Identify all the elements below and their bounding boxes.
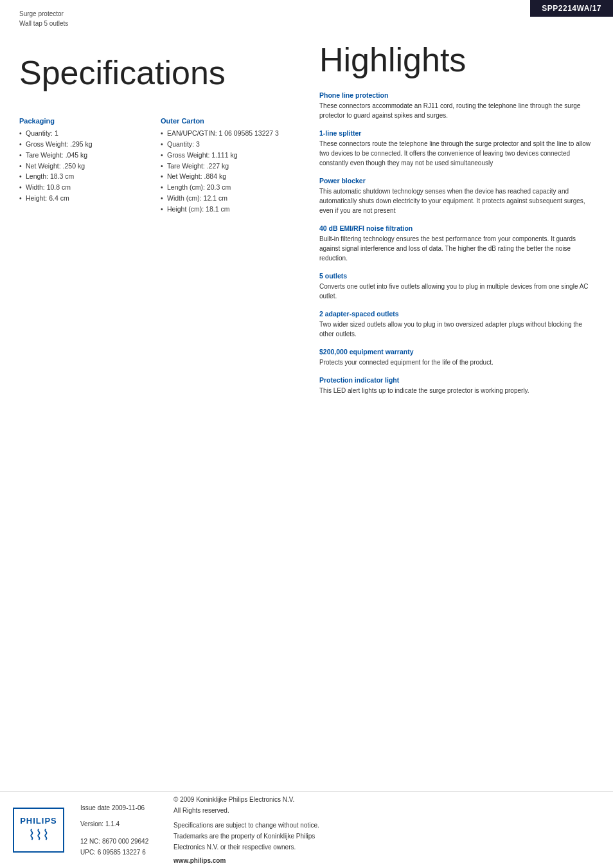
nc-value: 8670 000 29642 bbox=[102, 838, 148, 845]
list-item: Quantity: 3 bbox=[161, 139, 283, 150]
issue-date: 2009-11-06 bbox=[112, 804, 145, 811]
highlight-heading: Power blocker bbox=[319, 177, 597, 185]
highlight-item: Power blockerThis automatic shutdown tec… bbox=[319, 177, 597, 215]
highlight-item: Protection indicator lightThis LED alert… bbox=[319, 376, 597, 395]
highlight-item: $200,000 equipment warrantyProtects your… bbox=[319, 348, 597, 367]
list-item: Net Weight: .884 kg bbox=[161, 171, 283, 182]
highlight-heading: 2 adapter-spaced outlets bbox=[319, 310, 597, 318]
list-item: Width (cm): 12.1 cm bbox=[161, 193, 283, 204]
list-item: EAN/UPC/GTIN: 1 06 09585 13227 3 bbox=[161, 128, 283, 139]
logo-waves: ⌇⌇⌇ bbox=[28, 827, 49, 844]
highlight-text: These connectors route the telephone lin… bbox=[319, 139, 597, 168]
highlight-heading: 1-line splitter bbox=[319, 129, 597, 137]
left-panel: Specifications Packaging Quantity: 1 Gro… bbox=[0, 0, 302, 234]
list-item: Height (cm): 18.1 cm bbox=[161, 204, 283, 215]
list-item: Width: 10.8 cm bbox=[19, 182, 141, 193]
highlight-text: These connectors accommodate an RJ11 cor… bbox=[319, 101, 597, 120]
issue-date-row: Issue date 2009-11-06 bbox=[80, 802, 157, 813]
highlight-heading: $200,000 equipment warranty bbox=[319, 348, 597, 356]
spec-columns: Packaging Quantity: 1 Gross Weight: .295… bbox=[19, 105, 283, 214]
highlight-heading: Protection indicator light bbox=[319, 376, 597, 384]
version-value: 1.1.4 bbox=[105, 820, 120, 827]
highlight-text: Built-in filtering technology ensures th… bbox=[319, 234, 597, 263]
logo-text: PHILIPS bbox=[20, 816, 57, 826]
highlight-heading: 5 outlets bbox=[319, 272, 597, 280]
outer-carton-list: EAN/UPC/GTIN: 1 06 09585 13227 3 Quantit… bbox=[161, 128, 283, 214]
highlight-text: This automatic shutdown technology sense… bbox=[319, 186, 597, 215]
packaging-list: Quantity: 1 Gross Weight: .295 kg Tare W… bbox=[19, 128, 141, 204]
packaging-title: Packaging bbox=[19, 117, 141, 125]
page-title: Specifications bbox=[19, 55, 283, 91]
upc-value: 6 09585 13227 6 bbox=[98, 849, 146, 856]
highlight-item: 2 adapter-spaced outletsTwo wider sized … bbox=[319, 310, 597, 339]
right-panel: Highlights Phone line protectionThese co… bbox=[306, 0, 613, 424]
highlight-text: Protects your connected equipment for th… bbox=[319, 357, 597, 367]
highlight-text: This LED alert lights up to indicate the… bbox=[319, 386, 597, 395]
upc-label: UPC: bbox=[80, 849, 96, 856]
highlight-text: Converts one outlet into five outlets al… bbox=[319, 282, 597, 301]
list-item: Quantity: 1 bbox=[19, 128, 141, 139]
highlight-item: Phone line protectionThese connectors ac… bbox=[319, 91, 597, 120]
highlight-item: 5 outletsConverts one outlet into five o… bbox=[319, 272, 597, 301]
packaging-section: Packaging Quantity: 1 Gross Weight: .295… bbox=[19, 105, 141, 214]
footer: PHILIPS ⌇⌇⌇ Issue date 2009-11-06 Versio… bbox=[0, 791, 613, 868]
list-item: Length (cm): 20.3 cm bbox=[161, 182, 283, 193]
nc-row: 12 NC: 8670 000 29642 bbox=[80, 836, 157, 847]
highlights-list: Phone line protectionThese connectors ac… bbox=[319, 91, 597, 395]
highlight-item: 40 dB EMI/RFI noise filtrationBuilt-in f… bbox=[319, 224, 597, 263]
list-item: Net Weight: .250 kg bbox=[19, 161, 141, 172]
list-item: Height: 6.4 cm bbox=[19, 193, 141, 204]
highlight-heading: Phone line protection bbox=[319, 91, 597, 99]
highlight-text: Two wider sized outlets allow you to plu… bbox=[319, 320, 597, 339]
list-item: Length: 18.3 cm bbox=[19, 171, 141, 182]
highlights-title: Highlights bbox=[319, 42, 597, 78]
version-row: Version: 1.1.4 bbox=[80, 818, 157, 829]
issue-label: Issue date bbox=[80, 804, 110, 811]
highlight-heading: 40 dB EMI/RFI noise filtration bbox=[319, 224, 597, 232]
highlight-item: 1-line splitterThese connectors route th… bbox=[319, 129, 597, 168]
upc-row: UPC: 6 09585 13227 6 bbox=[80, 847, 157, 858]
list-item: Gross Weight: .295 kg bbox=[19, 139, 141, 150]
version-label: Version: bbox=[80, 820, 103, 827]
philips-logo: PHILIPS ⌇⌇⌇ bbox=[13, 808, 64, 853]
outer-carton-section: Outer Carton EAN/UPC/GTIN: 1 06 09585 13… bbox=[161, 105, 283, 214]
list-item: Gross Weight: 1.111 kg bbox=[161, 150, 283, 161]
website: www.philips.com bbox=[173, 855, 600, 866]
nc-label: 12 NC: bbox=[80, 838, 100, 845]
list-item: Tare Weight: .227 kg bbox=[161, 161, 283, 172]
list-item: Tare Weight: .045 kg bbox=[19, 150, 141, 161]
copyright-text: © 2009 Koninklijke Philips Electronics N… bbox=[173, 794, 600, 816]
website-link: www.philips.com bbox=[173, 857, 226, 864]
footer-col-legal: © 2009 Koninklijke Philips Electronics N… bbox=[173, 794, 600, 866]
footer-col-dates: Issue date 2009-11-06 Version: 1.1.4 12 … bbox=[80, 802, 157, 858]
disclaimer-text: Specifications are subject to change wit… bbox=[173, 820, 600, 853]
outer-carton-title: Outer Carton bbox=[161, 117, 283, 125]
